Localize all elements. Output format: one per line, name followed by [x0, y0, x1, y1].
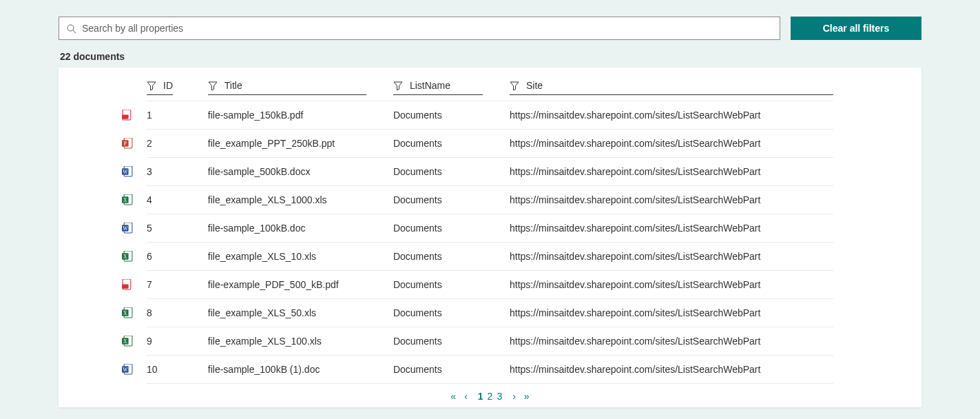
- table-row[interactable]: 6file_example_XLS_10.xlsDocumentshttps:/…: [147, 243, 833, 271]
- cell-title: file-sample_150kB.pdf: [208, 101, 393, 130]
- doc-file-icon: [122, 364, 133, 375]
- page-prev-button[interactable]: ‹: [462, 391, 470, 402]
- cell-site: https://minsaitdev.sharepoint.com/sites/…: [510, 101, 833, 130]
- cell-listname: Documents: [393, 130, 510, 158]
- cell-title: file_example_XLS_50.xls: [208, 299, 393, 327]
- cell-site: https://minsaitdev.sharepoint.com/sites/…: [510, 243, 833, 271]
- cell-listname: Documents: [393, 356, 510, 384]
- pagination: « ‹ 123 › »: [59, 384, 921, 403]
- cell-site: https://minsaitdev.sharepoint.com/sites/…: [510, 356, 833, 384]
- filter-icon: [510, 81, 519, 90]
- cell-listname: Documents: [393, 158, 510, 186]
- document-count: 22 documents: [59, 51, 921, 62]
- doc-file-icon: [122, 223, 133, 234]
- cell-title: file-sample_100kB.doc: [208, 214, 393, 243]
- xls-file-icon: [122, 307, 133, 318]
- cell-listname: Documents: [393, 101, 510, 130]
- pdf-file-icon: [122, 110, 133, 121]
- filter-icon: [147, 81, 156, 90]
- column-header-title[interactable]: Title: [208, 80, 366, 95]
- search-input[interactable]: [82, 23, 773, 34]
- table-row[interactable]: 7file-example_PDF_500_kB.pdfDocumentshtt…: [147, 271, 833, 299]
- cell-title: file_example_PPT_250kB.ppt: [208, 130, 393, 158]
- cell-id: 7: [147, 271, 208, 299]
- cell-site: https://minsaitdev.sharepoint.com/sites/…: [510, 299, 833, 327]
- results-card: ID Title ListName: [59, 68, 921, 407]
- page-first-button[interactable]: «: [448, 391, 458, 402]
- column-header-listname[interactable]: ListName: [393, 80, 483, 95]
- cell-id: 9: [147, 327, 208, 356]
- cell-listname: Documents: [393, 243, 510, 271]
- page-number-button[interactable]: 1: [476, 391, 486, 402]
- page-number-button[interactable]: 2: [486, 391, 495, 402]
- cell-listname: Documents: [393, 299, 510, 327]
- results-table: ID Title ListName: [147, 68, 833, 384]
- cell-id: 4: [147, 186, 208, 214]
- search-icon: [66, 23, 76, 34]
- cell-title: file_example_XLS_100.xls: [208, 327, 393, 356]
- filter-icon: [208, 81, 218, 90]
- column-label: Title: [225, 80, 242, 91]
- column-label: ListName: [410, 80, 450, 91]
- table-row[interactable]: 8file_example_XLS_50.xlsDocumentshttps:/…: [147, 299, 833, 327]
- column-label: ID: [163, 80, 173, 91]
- cell-id: 10: [147, 356, 208, 384]
- table-row[interactable]: 4file_example_XLS_1000.xlsDocumentshttps…: [147, 186, 833, 214]
- page-last-button[interactable]: »: [522, 391, 532, 402]
- search-box[interactable]: [59, 17, 780, 40]
- column-header-id[interactable]: ID: [147, 80, 173, 95]
- xls-file-icon: [122, 251, 133, 262]
- xls-file-icon: [122, 336, 133, 347]
- pdf-file-icon: [122, 279, 133, 290]
- ppt-file-icon: [122, 138, 133, 149]
- cell-site: https://minsaitdev.sharepoint.com/sites/…: [510, 130, 833, 158]
- cell-title: file-sample_500kB.docx: [208, 158, 393, 186]
- cell-title: file_example_XLS_1000.xls: [208, 186, 393, 214]
- table-row[interactable]: 9file_example_XLS_100.xlsDocumentshttps:…: [147, 327, 833, 356]
- cell-listname: Documents: [393, 186, 510, 214]
- filter-icon: [393, 81, 403, 90]
- cell-listname: Documents: [393, 214, 510, 243]
- cell-id: 8: [147, 299, 208, 327]
- table-row[interactable]: 2file_example_PPT_250kB.pptDocumentshttp…: [147, 130, 833, 158]
- clear-all-filters-button[interactable]: Clear all filters: [791, 17, 921, 40]
- cell-title: file-example_PDF_500_kB.pdf: [208, 271, 393, 299]
- xls-file-icon: [122, 194, 133, 205]
- cell-site: https://minsaitdev.sharepoint.com/sites/…: [510, 158, 833, 186]
- column-header-site[interactable]: Site: [510, 80, 833, 95]
- cell-site: https://minsaitdev.sharepoint.com/sites/…: [510, 186, 833, 214]
- page-next-button[interactable]: ›: [510, 391, 518, 402]
- cell-id: 1: [147, 101, 208, 130]
- docx-file-icon: [122, 166, 133, 177]
- cell-title: file-sample_100kB (1).doc: [208, 356, 393, 384]
- column-label: Site: [526, 80, 543, 91]
- cell-listname: Documents: [393, 327, 510, 356]
- table-row[interactable]: 10file-sample_100kB (1).docDocumentshttp…: [147, 356, 833, 384]
- cell-site: https://minsaitdev.sharepoint.com/sites/…: [510, 214, 833, 243]
- table-row[interactable]: 3file-sample_500kB.docxDocumentshttps://…: [147, 158, 833, 186]
- cell-id: 2: [147, 130, 208, 158]
- cell-title: file_example_XLS_10.xls: [208, 243, 393, 271]
- table-row[interactable]: 5file-sample_100kB.docDocumentshttps://m…: [147, 214, 833, 243]
- cell-site: https://minsaitdev.sharepoint.com/sites/…: [510, 271, 833, 299]
- cell-site: https://minsaitdev.sharepoint.com/sites/…: [510, 327, 833, 356]
- cell-id: 3: [147, 158, 208, 186]
- page-number-button[interactable]: 3: [494, 391, 504, 402]
- table-row[interactable]: 1file-sample_150kB.pdfDocumentshttps://m…: [147, 101, 833, 130]
- cell-listname: Documents: [393, 271, 510, 299]
- cell-id: 5: [147, 214, 208, 243]
- cell-id: 6: [147, 243, 208, 271]
